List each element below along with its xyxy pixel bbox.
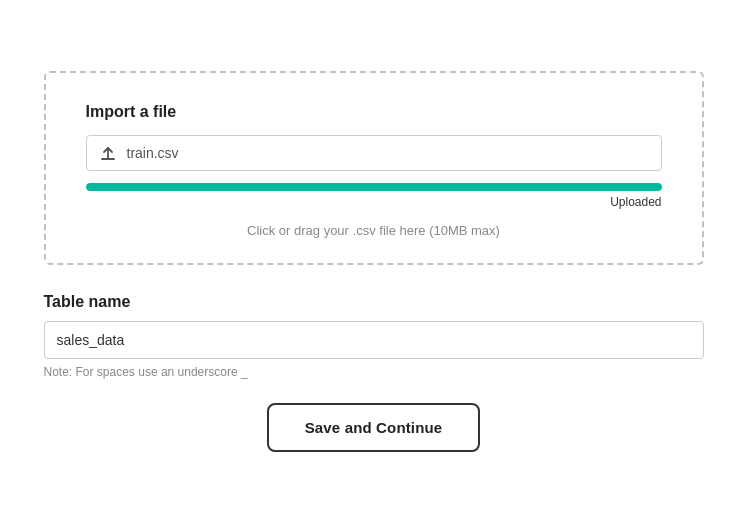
table-name-label: Table name bbox=[44, 293, 704, 311]
page-container: Import a file train.csv Uploaded Click o… bbox=[24, 51, 724, 472]
drop-zone[interactable]: Import a file train.csv Uploaded Click o… bbox=[44, 71, 704, 265]
drop-hint[interactable]: Click or drag your .csv file here (10MB … bbox=[86, 223, 662, 238]
progress-bar-container: Uploaded bbox=[86, 183, 662, 209]
upload-icon bbox=[99, 144, 117, 162]
progress-bar-bg bbox=[86, 183, 662, 191]
table-name-section: Table name Note: For spaces use an under… bbox=[44, 293, 704, 379]
import-title: Import a file bbox=[86, 103, 662, 121]
button-row: Save and Continue bbox=[44, 403, 704, 452]
table-name-note: Note: For spaces use an underscore _ bbox=[44, 365, 704, 379]
file-input-box[interactable]: train.csv bbox=[86, 135, 662, 171]
table-name-input[interactable] bbox=[44, 321, 704, 359]
save-continue-button[interactable]: Save and Continue bbox=[267, 403, 481, 452]
progress-bar-fill bbox=[86, 183, 662, 191]
file-name: train.csv bbox=[127, 145, 179, 161]
uploaded-label: Uploaded bbox=[86, 195, 662, 209]
